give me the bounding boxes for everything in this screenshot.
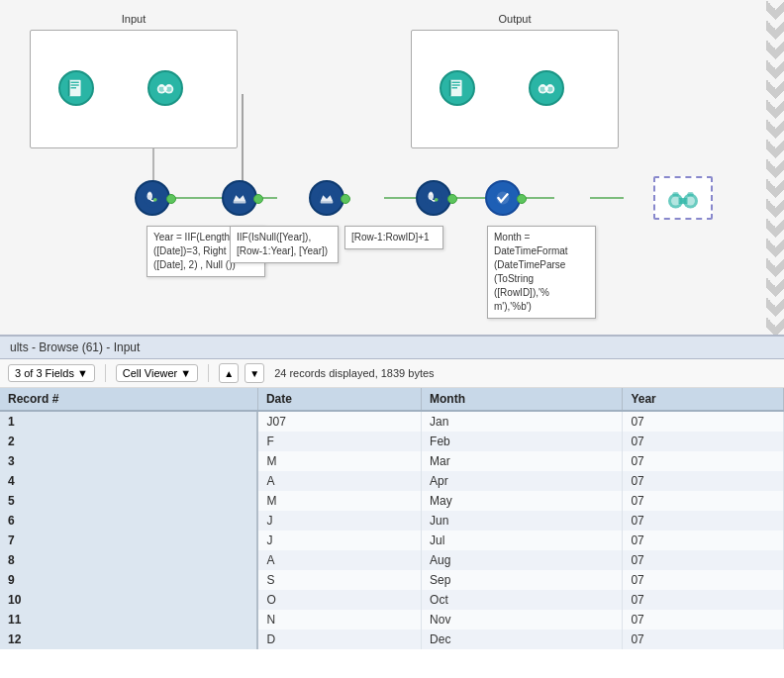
table-row: 4AApr07 [0,471,784,491]
svg-rect-18 [68,80,70,97]
cell-1: D [257,630,421,649]
viewer-dropdown-icon: ▼ [180,367,191,379]
sort-down-button[interactable]: ▼ [245,363,264,383]
output-book-node[interactable] [440,70,475,106]
table-row: 12DDec07 [0,630,784,649]
cell-2: Jul [422,531,623,550]
bottom-panel: ults - Browse (61) - Input 3 of 3 Fields… [0,337,784,678]
multi-row-node-1[interactable] [222,180,257,216]
panel-header-text: ults - Browse (61) - Input [10,340,140,354]
cell-2: Sep [422,570,623,590]
binoculars-icon [154,77,176,99]
svg-rect-27 [452,82,460,83]
cell-0: 11 [0,610,257,630]
crown-icon-1 [229,187,250,209]
svg-rect-15 [71,82,79,83]
svg-rect-58 [679,198,688,204]
svg-rect-29 [452,87,458,88]
svg-point-48 [425,189,442,207]
svg-point-42 [231,189,248,207]
cell-2: Nov [422,610,623,630]
cell-2: Jan [422,411,623,432]
svg-rect-35 [544,87,548,90]
col-month: Month [422,388,623,411]
cell-viewer-label: Cell Viewer [123,367,177,379]
toolbar-separator-2 [208,364,209,382]
multi-row-node-2[interactable] [309,180,344,216]
cell-0: 10 [0,590,257,610]
svg-rect-60 [688,192,694,197]
cell-2: Dec [422,630,623,649]
svg-point-40 [147,192,151,196]
table-row: 2FFeb07 [0,432,784,451]
toolbar-row: 3 of 3 Fields ▼ Cell Viewer ▼ ▲ ▼ 24 rec… [0,359,784,388]
svg-rect-23 [163,87,167,90]
cell-2: Feb [422,432,623,451]
cell-2: Jun [422,511,623,531]
svg-rect-16 [71,84,79,85]
table-row: 9SSep07 [0,570,784,590]
table-row: 10OOct07 [0,590,784,610]
output-box-label: Output [498,13,531,25]
cell-3: 07 [623,411,784,432]
crown-icon-2 [316,187,338,209]
cell-1: S [257,570,421,590]
binoculars-icon-3 [665,183,701,213]
svg-rect-47 [321,202,334,204]
input-box: Input [30,30,238,148]
svg-rect-24 [160,84,164,87]
fields-dropdown-icon: ▼ [77,367,88,379]
cell-1: N [257,610,421,630]
table-header-row: Record # Date Month Year [0,388,784,411]
cell-3: 07 [623,471,784,491]
cell-2: Aug [422,550,623,570]
svg-point-41 [153,198,157,202]
input-book-node[interactable] [58,70,94,106]
connector-1 [166,194,176,204]
table-body: 1J07Jan072FFeb073MMar074AApr075MMay076JJ… [0,411,784,649]
svg-point-50 [429,192,433,196]
connector-2 [253,194,263,204]
binoculars-icon-2 [536,77,557,99]
cell-3: 07 [623,550,784,570]
cell-2: Apr [422,471,623,491]
cell-0: 7 [0,531,257,550]
filter-node[interactable] [485,180,521,216]
cell-1: M [257,451,421,471]
cell-3: 07 [623,511,784,531]
connector-4 [447,194,457,204]
input-binoculars-node[interactable] [147,70,183,106]
browse-node[interactable] [653,176,713,220]
fields-button[interactable]: 3 of 3 Fields ▼ [8,364,95,382]
formula-icon-1 [142,187,163,209]
toolbar-separator-1 [105,364,106,382]
cell-3: 07 [623,630,784,649]
svg-rect-36 [541,84,545,87]
cell-3: 07 [623,432,784,451]
tooltip-multirow-2: [Row-1:RowID]+1 [344,226,443,249]
output-binoculars-node[interactable] [529,70,564,106]
cell-0: 12 [0,630,257,649]
table-row: 8AAug07 [0,550,784,570]
table-wrapper: Record # Date Month Year 1J07Jan072FFeb0… [0,388,784,665]
col-date: Date [257,388,421,411]
formula-icon-2 [423,187,444,209]
cell-1: O [257,590,421,610]
cell-2: Mar [422,451,623,471]
cell-0: 2 [0,432,257,451]
formula-node-1[interactable] [135,180,170,216]
formula-node-2[interactable] [416,180,451,216]
cell-0: 4 [0,471,257,491]
svg-rect-17 [71,87,77,88]
cell-1: F [257,432,421,451]
sort-up-button[interactable]: ▲ [219,363,239,383]
cell-0: 5 [0,491,257,511]
connector-5 [517,194,527,204]
cell-3: 07 [623,610,784,630]
cell-1: A [257,471,421,491]
col-record: Record # [0,388,257,411]
svg-rect-28 [452,84,460,85]
svg-rect-37 [548,84,552,87]
record-info: 24 records displayed, 1839 bytes [274,367,434,379]
cell-viewer-button[interactable]: Cell Viewer ▼ [116,364,198,382]
